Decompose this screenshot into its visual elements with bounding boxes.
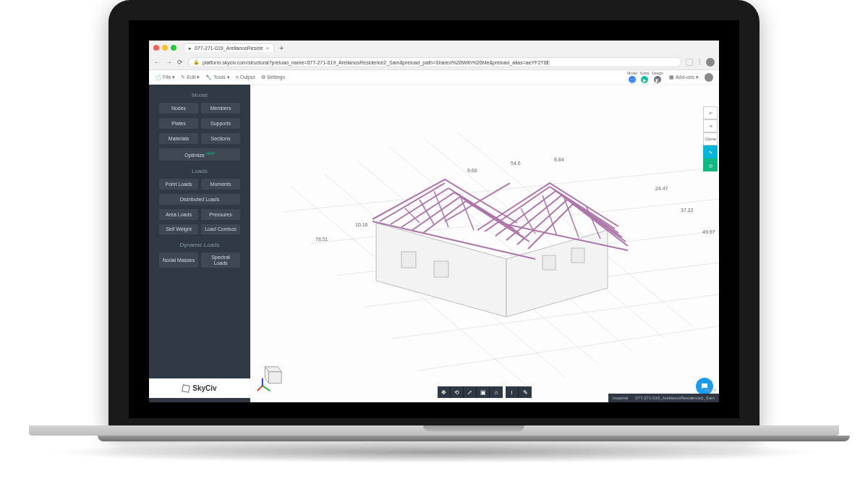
target-tool-icon[interactable]: ◎ [703, 158, 718, 171]
pen-tool-icon[interactable]: ✎ [703, 145, 718, 158]
clone-button[interactable]: Clone [703, 132, 718, 145]
bottom-toolbar: ✥ ⟲ ⤢ ▣ ⌂ I ✎ [438, 386, 532, 398]
status-file: 077-271-019_ArellanosResidence2_Sam [635, 396, 715, 400]
sidebar-heading-dynamic: Dynamic Loads [179, 242, 219, 248]
svg-rect-15 [434, 261, 448, 277]
cube-icon [182, 384, 191, 393]
dim-g: 37.22 [681, 208, 694, 213]
menu-output[interactable]: ⎋ Output [236, 75, 255, 80]
view-zoom-icon[interactable]: ⤢ [464, 386, 477, 398]
url-text: platform.skyciv.com/structural?preload_n… [203, 60, 550, 65]
viewport-3d[interactable]: 78.51 10.16 9.68 54.6 8.84 24.47 37.22 4… [250, 85, 719, 402]
close-window-icon[interactable] [153, 45, 159, 51]
help-chat-button[interactable] [696, 378, 713, 395]
tab-favicon-icon: ▸ [189, 46, 192, 51]
status-units: Imperial [613, 396, 628, 400]
address-bar[interactable]: 🔒 platform.skyciv.com/structural?preload… [188, 57, 681, 67]
toggle-labels-icon[interactable]: I [506, 386, 519, 398]
sidebar-heading-loads: Loads [192, 168, 208, 174]
mode-model[interactable]: Model⬚ [627, 71, 637, 83]
view-cube[interactable] [256, 360, 288, 392]
dim-a: 78.51 [315, 237, 328, 242]
menu-addons[interactable]: ▦ Add-ons ▾ [669, 75, 699, 80]
forward-icon[interactable]: → [165, 59, 172, 66]
minimize-window-icon[interactable] [162, 45, 168, 51]
materials-button[interactable]: Materials [159, 133, 198, 144]
distributed-loads-button[interactable]: Distributed Loads [159, 194, 240, 205]
load-combos-button[interactable]: Load Combos [201, 224, 240, 234]
measure-icon[interactable]: ✎ [519, 386, 532, 398]
plates-button[interactable]: Plates [159, 118, 198, 129]
status-bar: Imperial 077-271-019_ArellanosResidence2… [608, 394, 719, 402]
redo-icon[interactable]: ↷ [703, 119, 718, 132]
model-building [333, 143, 637, 331]
new-tab-button[interactable]: + [277, 44, 286, 52]
extension-icon[interactable] [686, 59, 693, 66]
dim-c: 9.68 [467, 168, 477, 173]
dim-e: 8.84 [554, 157, 564, 162]
svg-line-52 [263, 386, 271, 391]
dim-f: 24.47 [655, 186, 668, 191]
svg-line-51 [258, 386, 263, 391]
moments-button[interactable]: Moments [201, 179, 240, 190]
svg-rect-17 [571, 248, 584, 263]
menu-tools[interactable]: 🔧 Tools ▾ [205, 75, 229, 80]
svg-line-32 [506, 195, 561, 240]
menu-settings[interactable]: ⚙ Settings [261, 75, 285, 80]
sidebar-heading-model: Model [192, 92, 208, 98]
view-move-icon[interactable]: ✥ [438, 386, 451, 398]
view-fit-icon[interactable]: ▣ [477, 386, 490, 398]
menu-dots-icon[interactable]: ⋮ [696, 59, 703, 66]
sections-button[interactable]: Sections [201, 133, 240, 144]
svg-line-24 [412, 197, 460, 230]
svg-rect-14 [401, 252, 416, 268]
spectral-loads-button[interactable]: Spectral Loads [201, 253, 240, 268]
area-loads-button[interactable]: Area Loads [159, 209, 198, 220]
right-toolbox: ↶ ↷ Clone ✎ ◎ [703, 106, 718, 171]
supports-button[interactable]: Supports [201, 118, 240, 129]
undo-icon[interactable]: ↶ [703, 106, 718, 119]
point-loads-button[interactable]: Point Loads [159, 179, 198, 190]
back-icon[interactable]: ← [153, 59, 161, 66]
svg-line-11 [417, 326, 719, 370]
menu-edit[interactable]: ✎ Edit ▾ [181, 75, 200, 80]
reload-icon[interactable]: ⟳ [176, 59, 184, 66]
svg-rect-16 [542, 255, 556, 270]
nodal-masses-button[interactable]: Nodal Masses [159, 253, 198, 268]
close-tab-icon[interactable]: × [266, 45, 270, 51]
version-label: v5.7.4 [705, 388, 716, 392]
app-topbar: 📄 File ▾ ✎ Edit ▾ 🔧 Tools ▾ ⎋ Output ⚙ S… [149, 70, 719, 85]
members-button[interactable]: Members [201, 103, 240, 114]
sidebar: Model Nodes Members Plates Supports Mate… [149, 85, 250, 402]
mode-design[interactable]: Design◧ [652, 71, 663, 83]
optimize-button[interactable]: OptimizeNEW [159, 148, 240, 161]
svg-line-34 [517, 200, 567, 245]
tab-title: 077-271-019_ArellanosReside [195, 46, 263, 51]
dim-h: 49.97 [702, 229, 715, 234]
pressures-button[interactable]: Pressures [201, 209, 240, 220]
app-avatar[interactable] [705, 73, 713, 82]
svg-marker-50 [269, 372, 282, 383]
browser-chrome: ▸ 077-271-019_ArellanosReside × + ← → ⟳ … [149, 41, 719, 70]
maximize-window-icon[interactable] [171, 45, 176, 51]
window-controls[interactable] [153, 45, 176, 51]
svg-line-40 [434, 191, 448, 227]
dim-d: 54.6 [511, 161, 521, 166]
nodes-button[interactable]: Nodes [159, 103, 198, 114]
view-home-icon[interactable]: ⌂ [490, 386, 503, 398]
dim-b: 10.16 [355, 222, 368, 227]
profile-avatar[interactable] [706, 58, 715, 67]
brand-logo: SkyCiv [149, 378, 250, 398]
lock-icon: 🔒 [193, 59, 200, 65]
browser-tab[interactable]: ▸ 077-271-019_ArellanosReside × [184, 43, 274, 52]
menu-file[interactable]: 📄 File ▾ [155, 75, 175, 80]
self-weight-button[interactable]: Self Weight [159, 224, 198, 234]
mode-solve[interactable]: Solve▶ [640, 71, 650, 83]
view-rotate-icon[interactable]: ⟲ [451, 386, 464, 398]
